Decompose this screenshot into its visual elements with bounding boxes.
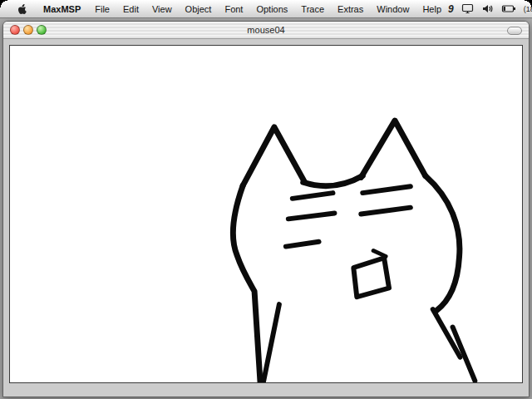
menu-trace[interactable]: Trace (294, 0, 331, 17)
patcher-canvas[interactable] (9, 45, 523, 383)
cat-cheek-dash (286, 242, 319, 247)
menu-extras[interactable]: Extras (331, 0, 370, 17)
battery-icon[interactable] (501, 0, 516, 17)
menu-window[interactable]: Window (370, 0, 416, 17)
cat-left-ear (243, 127, 305, 185)
screen-corner-left (0, 0, 7, 7)
displays-icon[interactable] (461, 0, 474, 17)
menu-view[interactable]: View (145, 0, 179, 17)
screen-corner-right (525, 0, 532, 7)
minimize-button[interactable] (23, 25, 33, 35)
menu-bar: MaxMSP File Edit View Object Font Option… (0, 0, 532, 18)
cat-right-ear (361, 121, 425, 177)
zoom-button[interactable] (37, 25, 47, 35)
window-title: mouse04 (247, 25, 284, 35)
window-controls (10, 25, 47, 35)
apple-menu[interactable] (10, 0, 36, 17)
cat-right-eye-top (362, 186, 411, 193)
patcher-window: mouse04 (2, 21, 530, 397)
cat-mouth (353, 258, 389, 297)
toolbar-toggle-button[interactable] (507, 27, 522, 35)
cat-left-arm (264, 304, 279, 382)
close-button[interactable] (10, 25, 20, 35)
cat-right-eye-bottom (361, 208, 411, 214)
menu-edit[interactable]: Edit (116, 0, 145, 17)
menu-help[interactable]: Help (416, 0, 448, 17)
cat-head-right (426, 176, 460, 311)
menu-file[interactable]: File (88, 0, 116, 17)
volume-icon[interactable] (481, 0, 494, 17)
menu-extras-area: 9 (18%) 12:53 (448, 0, 532, 17)
cat-head-top (303, 176, 363, 186)
cat-head-left-and-body (233, 185, 260, 382)
menu-app-name[interactable]: MaxMSP (36, 0, 88, 17)
classic-environment-icon[interactable]: 9 (448, 0, 454, 17)
menu-options[interactable]: Options (249, 0, 294, 17)
cat-drawing (10, 46, 522, 382)
window-titlebar[interactable]: mouse04 (3, 22, 529, 39)
cat-left-eye-bottom (288, 214, 335, 219)
cat-mouth-dash (373, 251, 386, 257)
apple-icon (17, 2, 27, 15)
cat-left-eye-top (293, 193, 333, 199)
menu-object[interactable]: Object (179, 0, 219, 17)
menu-font[interactable]: Font (218, 0, 249, 17)
